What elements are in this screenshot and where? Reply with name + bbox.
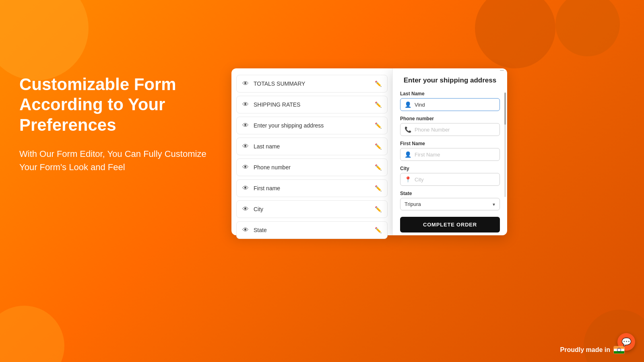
state-select-wrapper[interactable]: TripuraMaharashtraDelhiKarnatakaTamil Na…: [400, 198, 500, 210]
complete-order-button[interactable]: COMPLETE ORDER: [400, 217, 500, 232]
eye-icon-last-name-row[interactable]: 👁: [242, 143, 249, 150]
form-row-left-phone-number-row: 👁 Phone number: [242, 164, 291, 171]
form-row-label-shipping-rates: SHIPPING RATES: [254, 101, 300, 108]
form-row-left-state-row: 👁 State: [242, 226, 267, 234]
chat-icon: 💬: [621, 337, 632, 347]
form-row-left-first-name-row: 👁 First name: [242, 185, 280, 192]
form-row-label-totals-summary: TOTALS SUMMARY: [254, 80, 305, 87]
decorative-circle-bottom-right: [584, 310, 644, 362]
edit-icon-state-row[interactable]: ✏️: [375, 227, 382, 233]
form-row-left-totals-summary: 👁 TOTALS SUMMARY: [242, 80, 305, 87]
person-icon-first: 👤: [405, 151, 411, 158]
decorative-circle-top-right: [475, 0, 555, 68]
main-heading: Customizable Form According to Your Pref…: [19, 74, 213, 135]
last-name-input[interactable]: [415, 102, 495, 108]
state-select[interactable]: TripuraMaharashtraDelhiKarnatakaTamil Na…: [400, 198, 500, 210]
shipping-form-panel: Enter your shipping address Last Name 👤 …: [392, 68, 507, 235]
form-row-totals-summary[interactable]: 👁 TOTALS SUMMARY ✏️: [236, 75, 388, 93]
decorative-circle-top-right2: [555, 0, 620, 56]
decorative-circle-top-left: [0, 0, 89, 80]
form-row-label-shipping-address-section: Enter your shipping address: [254, 122, 324, 129]
form-row-label-city-row: City: [254, 206, 263, 212]
eye-icon-totals-summary[interactable]: 👁: [242, 80, 249, 87]
form-row-label-state-row: State: [254, 227, 267, 233]
resize-handle: [500, 70, 504, 71]
form-row-city-row[interactable]: 👁 City ✏️: [236, 200, 388, 218]
form-row-left-shipping-address-section: 👁 Enter your shipping address: [242, 122, 324, 129]
edit-icon-phone-number-row[interactable]: ✏️: [375, 164, 382, 171]
form-row-first-name-row[interactable]: 👁 First name ✏️: [236, 179, 388, 197]
edit-icon-first-name-row[interactable]: ✏️: [375, 185, 382, 191]
state-label: State: [400, 191, 500, 196]
scrollbar-thumb[interactable]: [504, 93, 506, 125]
eye-icon-first-name-row[interactable]: 👁: [242, 185, 249, 192]
last-name-group: Last Name 👤: [400, 91, 500, 111]
eye-icon-city-row[interactable]: 👁: [242, 206, 249, 213]
location-icon: 📍: [405, 176, 411, 183]
india-flag: [613, 346, 625, 354]
form-row-last-name-row[interactable]: 👁 Last name ✏️: [236, 138, 388, 155]
form-row-left-city-row: 👁 City: [242, 206, 263, 213]
state-group: State TripuraMaharashtraDelhiKarnatakaTa…: [400, 191, 500, 210]
form-row-phone-number-row[interactable]: 👁 Phone number ✏️: [236, 158, 388, 176]
person-icon: 👤: [405, 101, 411, 108]
city-label: City: [400, 166, 500, 171]
form-row-state-row[interactable]: 👁 State ✏️: [236, 221, 388, 239]
shipping-form-title: Enter your shipping address: [400, 76, 500, 84]
city-input[interactable]: [415, 177, 495, 183]
last-name-label: Last Name: [400, 91, 500, 97]
eye-icon-shipping-address-section[interactable]: 👁: [242, 122, 249, 129]
last-name-input-wrapper[interactable]: 👤: [400, 98, 500, 111]
edit-icon-shipping-address-section[interactable]: ✏️: [375, 122, 382, 129]
scrollbar-track: [504, 93, 506, 197]
left-content-area: Customizable Form According to Your Pref…: [19, 74, 213, 174]
first-name-input-wrapper[interactable]: 👤: [400, 148, 500, 161]
sub-heading: With Our Form Editor, You Can Fully Cust…: [19, 147, 213, 174]
form-row-shipping-address-section[interactable]: 👁 Enter your shipping address ✏️: [236, 117, 388, 134]
footer-text: Proudly made in: [560, 346, 610, 354]
form-editor-panel: 👁 TOTALS SUMMARY ✏️ 👁 SHIPPING RATES ✏️ …: [231, 68, 392, 235]
edit-icon-city-row[interactable]: ✏️: [375, 206, 382, 212]
city-group: City 📍: [400, 166, 500, 186]
eye-icon-shipping-rates[interactable]: 👁: [242, 101, 249, 108]
form-row-label-last-name-row: Last name: [254, 143, 280, 150]
edit-icon-last-name-row[interactable]: ✏️: [375, 143, 382, 150]
city-input-wrapper[interactable]: 📍: [400, 173, 500, 186]
first-name-group: First Name 👤: [400, 141, 500, 161]
form-row-shipping-rates[interactable]: 👁 SHIPPING RATES ✏️: [236, 96, 388, 113]
phone-number-label: Phone number: [400, 116, 500, 121]
phone-number-group: Phone number 📞: [400, 116, 500, 136]
phone-icon: 📞: [405, 126, 411, 133]
form-row-label-phone-number-row: Phone number: [254, 164, 291, 171]
first-name-input[interactable]: [415, 152, 495, 158]
flag-white: [614, 349, 624, 351]
form-row-left-shipping-rates: 👁 SHIPPING RATES: [242, 101, 300, 108]
first-name-label: First Name: [400, 141, 500, 146]
decorative-circle-bottom-left: [0, 306, 64, 362]
ui-container: 👁 TOTALS SUMMARY ✏️ 👁 SHIPPING RATES ✏️ …: [231, 68, 537, 235]
edit-icon-shipping-rates[interactable]: ✏️: [375, 101, 382, 108]
phone-number-input-wrapper[interactable]: 📞: [400, 123, 500, 136]
phone-number-input[interactable]: [415, 127, 495, 133]
eye-icon-state-row[interactable]: 👁: [242, 226, 249, 234]
form-row-left-last-name-row: 👁 Last name: [242, 143, 280, 150]
eye-icon-phone-number-row[interactable]: 👁: [242, 164, 249, 171]
footer: Proudly made in: [560, 346, 625, 354]
edit-icon-totals-summary[interactable]: ✏️: [375, 80, 382, 87]
form-row-label-first-name-row: First name: [254, 185, 280, 191]
